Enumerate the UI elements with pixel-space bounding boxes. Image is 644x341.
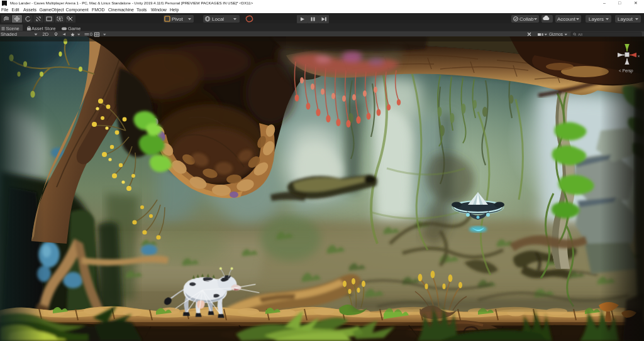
svg-text:0: 0 xyxy=(90,32,92,36)
svg-text:Layers: Layers xyxy=(589,16,604,22)
svg-text:All: All xyxy=(578,32,582,36)
svg-text:2D: 2D xyxy=(43,31,49,37)
svg-text:Shaded: Shaded xyxy=(1,31,17,37)
svg-text:Collab: Collab xyxy=(519,16,534,22)
svg-text:Local: Local xyxy=(212,16,224,22)
svg-text:Gizmos: Gizmos xyxy=(549,32,564,36)
svg-text:x: x xyxy=(638,54,640,58)
svg-text:Pivot: Pivot xyxy=(172,16,184,22)
svg-text:Account: Account xyxy=(557,16,576,22)
svg-text:Layout: Layout xyxy=(618,16,633,22)
svg-text:< Persp: < Persp xyxy=(619,68,633,73)
